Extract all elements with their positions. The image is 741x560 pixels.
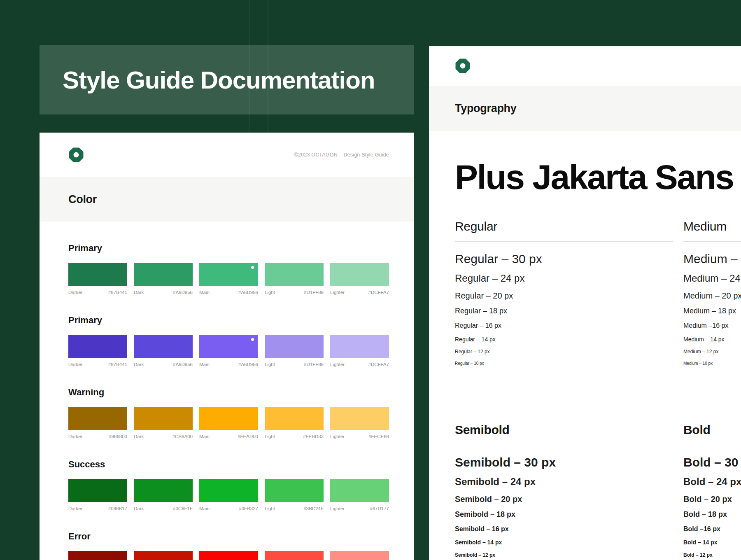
type-column-divider xyxy=(683,241,741,242)
swatch-hex: #0FB327 xyxy=(239,506,258,511)
color-swatch: Darker #87B441 xyxy=(68,335,127,367)
color-swatch: Main #0FB327 xyxy=(199,479,258,511)
swatch-name: Lighter xyxy=(330,506,345,511)
swatch-name: Light xyxy=(265,434,275,439)
swatch-caption: Lighter #DCFFA7 xyxy=(330,362,389,367)
type-size-sample: Regular – 20 px xyxy=(455,291,673,301)
typography-section-band: Typography xyxy=(429,86,741,131)
type-size-sample: Semibold – 16 px xyxy=(455,525,673,533)
type-size-sample: Semibold – 24 px xyxy=(455,476,673,488)
swatch-rect xyxy=(265,407,324,430)
swatch-hex: #CB8A00 xyxy=(172,434,193,439)
color-group: Primary Darker #87B441 xyxy=(68,315,389,367)
type-weight-column: Semibold Semibold – 30 px Semibold – 24 … xyxy=(455,422,673,560)
swatch-rect xyxy=(68,551,127,560)
swatch-name: Lighter xyxy=(330,434,345,439)
swatch-caption: Lighter #DCFFA7 xyxy=(330,289,389,295)
type-size-sample: Regular – 12 px xyxy=(455,349,673,355)
swatch-rect xyxy=(265,551,324,560)
type-size-sample: Bold – 30 px xyxy=(683,455,741,470)
swatch-name: Darker xyxy=(68,362,83,367)
swatch-caption: Main #0FB327 xyxy=(199,506,258,511)
type-size-sample: Regular – 24 px xyxy=(455,273,673,285)
swatch-rect xyxy=(68,263,127,286)
type-size-sample: Medium – 14 px xyxy=(683,336,741,343)
swatch-caption: Darker #096B17 xyxy=(68,506,127,511)
swatch-name: Dark xyxy=(134,506,144,511)
swatch-caption: Main #A6D956 xyxy=(199,289,258,295)
type-size-sample: Bold – 18 px xyxy=(683,510,741,519)
type-size-sample: Semibold – 12 px xyxy=(455,552,673,558)
color-swatch xyxy=(330,551,389,560)
color-swatch: Light #FEBD33 xyxy=(265,407,324,439)
octagon-logo-icon xyxy=(68,147,84,163)
color-group: Warning Darker #986800 xyxy=(68,387,389,439)
type-size-sample: Regular – 18 px xyxy=(455,307,673,316)
type-weight-column: Medium Medium – 30 px Medium – 24 px Med… xyxy=(683,219,741,372)
swatch-row xyxy=(68,551,389,560)
swatch-name: Light xyxy=(265,362,275,367)
swatch-rect xyxy=(134,479,193,502)
type-size-sample: Regular – 14 px xyxy=(455,336,673,343)
typeface-name: Plus Jakarta Sans xyxy=(455,157,741,197)
color-group-title: Success xyxy=(68,459,389,470)
type-weight-title: Semibold xyxy=(455,422,673,437)
type-size-sample: Medium – 24 px xyxy=(683,273,741,285)
swatch-name: Dark xyxy=(134,289,144,295)
swatch-name: Main xyxy=(199,434,210,439)
swatch-rect xyxy=(330,551,389,560)
color-swatch: Light #D1FF89 xyxy=(265,335,324,367)
swatch-rect xyxy=(199,479,258,502)
type-size-sample: Bold – 24 px xyxy=(683,476,741,488)
type-size-sample: Bold –16 px xyxy=(683,525,741,533)
type-size-sample: Bold – 20 px xyxy=(683,494,741,504)
swatch-caption: Darker #986800 xyxy=(68,434,127,439)
type-weight-title: Regular xyxy=(455,219,673,234)
type-size-sample: Regular – 30 px xyxy=(455,252,673,266)
color-swatch: Light #3BC24F xyxy=(265,479,324,511)
color-page: ©2023 OCTAGON – Design Style Guide Color… xyxy=(40,133,414,560)
swatch-hex: #DCFFA7 xyxy=(368,289,389,295)
color-swatch: Dark #A6D956 xyxy=(134,263,193,295)
swatch-rect xyxy=(330,335,389,358)
type-size-sample: Bold – 12 px xyxy=(683,552,741,558)
typography-page-header xyxy=(429,46,741,86)
color-page-header: ©2023 OCTAGON – Design Style Guide xyxy=(40,133,414,177)
swatch-name: Main xyxy=(199,506,210,511)
swatch-hex: #0C8F1F xyxy=(173,506,193,511)
type-weight-column: Bold Bold – 30 px Bold – 24 px Bold – 20… xyxy=(683,422,741,560)
swatch-row: Darker #096B17 Dark #0C8F1F xyxy=(68,479,389,511)
swatch-hex: #FECE66 xyxy=(368,434,389,439)
swatch-rect xyxy=(330,263,389,286)
swatch-hex: #3BC24F xyxy=(303,506,324,511)
swatch-hex: #986800 xyxy=(109,434,127,439)
color-group: Primary Darker #87B441 xyxy=(68,243,389,295)
swatch-name: Lighter xyxy=(330,289,345,295)
octagon-logo-icon xyxy=(455,58,471,74)
swatch-hex: #A6D956 xyxy=(173,362,193,367)
type-weight-column: Regular Regular – 30 px Regular – 24 px … xyxy=(455,219,673,372)
color-swatch: Lighter #67D177 xyxy=(330,479,389,511)
swatch-rect xyxy=(330,407,389,430)
swatch-caption: Dark #A6D956 xyxy=(134,289,193,295)
color-group: Error xyxy=(68,531,389,560)
type-size-sample: Bold – 14 px xyxy=(683,539,741,546)
swatch-name: Main xyxy=(199,289,210,295)
color-swatch: Dark #0C8F1F xyxy=(134,479,193,511)
swatch-hex: #67D177 xyxy=(370,506,389,511)
type-size-sample: Semibold – 20 px xyxy=(455,494,673,504)
swatch-rect xyxy=(265,263,324,286)
swatch-hex: #D1FF89 xyxy=(304,289,324,295)
swatch-rect xyxy=(199,551,258,560)
swatch-hex: #A6D956 xyxy=(238,289,258,295)
banner-title: Style Guide Documentation xyxy=(63,66,375,94)
swatch-caption: Dark #0C8F1F xyxy=(134,506,193,511)
copyright-text: ©2023 OCTAGON – Design Style Guide xyxy=(294,152,389,158)
swatch-name: Lighter xyxy=(330,362,345,367)
swatch-caption: Darker #87B441 xyxy=(68,362,127,367)
swatch-rect xyxy=(68,479,127,502)
swatch-name: Darker xyxy=(68,289,83,295)
swatch-hex: #87B441 xyxy=(108,289,127,295)
color-group-title: Warning xyxy=(68,387,389,398)
color-swatch xyxy=(265,551,324,560)
